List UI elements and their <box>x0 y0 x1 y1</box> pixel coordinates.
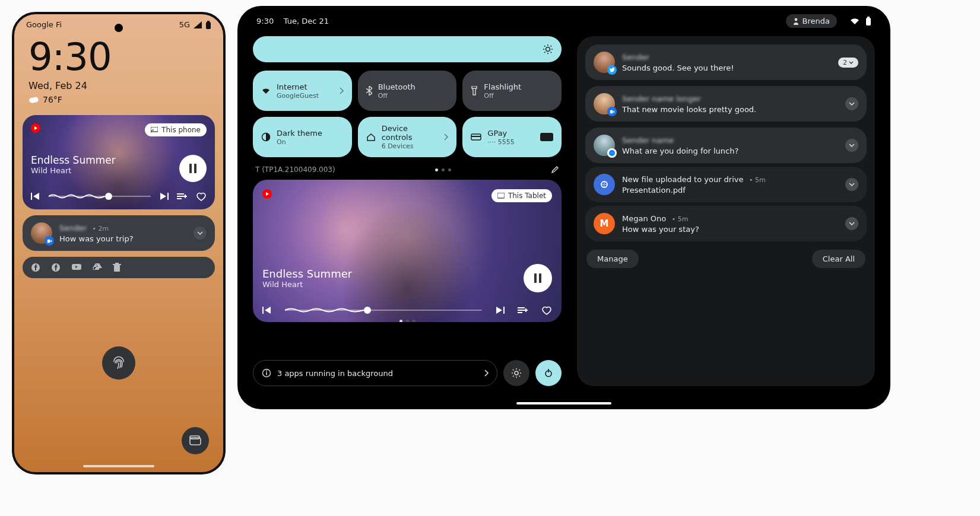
tablet-home-bar[interactable] <box>516 402 611 404</box>
svg-rect-23 <box>472 86 477 88</box>
expand-button[interactable] <box>845 217 858 230</box>
qs-sublabel: ···· 5555 <box>487 138 534 146</box>
phone-media-card[interactable]: This phone Endless Summer Wild Heart <box>23 115 215 209</box>
notification-message: How was your stay? <box>622 225 838 234</box>
notification-item[interactable]: Sender name What are you doing for lunch… <box>585 128 867 163</box>
expand-button[interactable] <box>194 227 207 240</box>
favorite-button[interactable] <box>541 305 552 315</box>
qs-bluetooth[interactable]: Bluetooth Off <box>358 71 457 111</box>
notification-sender: Sender name longer <box>622 94 701 103</box>
messenger-icon <box>607 148 617 158</box>
tablet-media-card[interactable]: This Tablet Endless Summer Wild Heart <box>253 180 562 322</box>
camera-hole <box>115 24 123 32</box>
qs-gpay[interactable]: GPay ···· 5555 <box>462 117 562 157</box>
qs-label: Bluetooth <box>378 82 449 91</box>
pause-button[interactable] <box>524 264 552 292</box>
expand-button[interactable] <box>845 139 858 152</box>
brightness-icon <box>543 44 553 55</box>
qs-dark-theme[interactable]: Dark theme On <box>253 117 352 157</box>
tablet-statusbar: 9:30 Tue, Dec 21 Brenda <box>237 6 890 36</box>
notification-item[interactable]: New file uploaded to your drive • 5m Pre… <box>585 167 867 202</box>
svg-rect-28 <box>262 307 264 314</box>
lock-date: Wed, Feb 24 <box>14 79 223 93</box>
power-button[interactable] <box>535 360 562 386</box>
notification-message: Sounds good. See you there! <box>622 63 831 72</box>
chevron-down-icon <box>849 102 855 106</box>
queue-button[interactable] <box>177 192 188 200</box>
qs-internet[interactable]: Internet GoogleGuest <box>253 71 352 111</box>
expand-button[interactable] <box>845 178 858 191</box>
background-apps-label: 3 apps running in background <box>277 369 478 378</box>
battery-icon <box>865 17 871 26</box>
svg-rect-7 <box>177 193 184 195</box>
page-dots <box>435 168 451 171</box>
notification-icon-row[interactable] <box>23 257 215 278</box>
user-chip[interactable]: Brenda <box>786 14 837 28</box>
output-chip[interactable]: This phone <box>145 123 207 136</box>
qs-label: GPay <box>487 129 534 138</box>
seek-thumb[interactable] <box>105 193 112 200</box>
notification-item[interactable]: Sender name longer That new movie looks … <box>585 86 867 122</box>
background-apps-pill[interactable]: 3 apps running in background <box>253 360 497 386</box>
svg-rect-30 <box>518 307 525 308</box>
qs-sublabel: GoogleGuest <box>277 92 333 100</box>
fingerprint-button[interactable] <box>102 346 135 380</box>
seek-slider[interactable] <box>285 310 482 311</box>
queue-button[interactable] <box>518 306 528 314</box>
seek-slider[interactable] <box>49 196 151 197</box>
chevron-down-icon <box>849 183 855 186</box>
qs-sublabel: Off <box>378 92 449 100</box>
manage-button[interactable]: Manage <box>586 250 639 268</box>
build-label: T (TP1A.2100409.003) <box>255 165 335 174</box>
qs-device-controls[interactable]: Device controls 6 Devices <box>358 117 457 157</box>
wallet-button[interactable] <box>182 427 209 454</box>
notification-message: How was your trip? <box>59 234 186 243</box>
settings-button[interactable] <box>503 360 529 386</box>
seek-thumb[interactable] <box>364 307 371 314</box>
svg-point-36 <box>515 371 518 375</box>
signal-icon <box>194 21 202 28</box>
notification-title: New file uploaded to your drive <box>622 175 744 184</box>
favorite-button[interactable] <box>196 192 207 201</box>
next-button[interactable] <box>495 306 505 314</box>
media-page-dots <box>262 320 552 322</box>
cast-icon <box>151 127 158 133</box>
group-count-badge[interactable]: 2 <box>838 58 858 68</box>
previous-button[interactable] <box>31 192 40 200</box>
notification-panel: Sender Sounds good. See you there! 2 Sen… <box>577 36 875 386</box>
pencil-icon <box>551 165 559 174</box>
notification-item[interactable]: M Megan Ono • 5m How was your stay? <box>585 206 867 241</box>
lock-temp: 76°F <box>43 95 62 104</box>
avatar <box>594 93 615 114</box>
qs-sublabel: On <box>277 138 344 146</box>
edit-button[interactable] <box>551 165 559 174</box>
svg-point-22 <box>546 47 550 52</box>
phone-home-bar[interactable] <box>83 465 154 467</box>
dark-theme-icon <box>261 132 271 142</box>
notification-item[interactable]: Sender Sounds good. See you there! 2 <box>585 44 867 80</box>
pause-button[interactable] <box>179 155 207 182</box>
notification-time: • 5m <box>747 176 766 184</box>
avatar <box>594 135 615 156</box>
previous-button[interactable] <box>262 306 272 314</box>
svg-rect-16 <box>115 263 119 264</box>
phone-notification[interactable]: Sender • 2m How was your trip? <box>23 215 215 251</box>
output-chip[interactable]: This Tablet <box>491 189 552 202</box>
qs-sublabel: 6 Devices <box>382 142 438 150</box>
avatar <box>31 222 52 244</box>
svg-point-3 <box>33 97 39 103</box>
qs-flashlight[interactable]: Flashlight Off <box>462 71 562 111</box>
clear-all-button[interactable]: Clear All <box>812 250 865 268</box>
gear-icon <box>511 368 522 378</box>
brightness-slider[interactable] <box>253 36 562 62</box>
lock-weather[interactable]: 76°F <box>14 93 223 107</box>
notification-message: Presentation.pdf <box>622 186 838 195</box>
expand-button[interactable] <box>845 97 858 110</box>
output-chip-label: This Tablet <box>508 192 546 200</box>
notification-sender: Sender <box>622 53 649 62</box>
status-date: Tue, Dec 21 <box>284 17 329 26</box>
bluetooth-icon <box>366 86 372 95</box>
svg-rect-29 <box>503 307 505 314</box>
next-button[interactable] <box>159 192 169 200</box>
trash-icon <box>113 263 121 272</box>
